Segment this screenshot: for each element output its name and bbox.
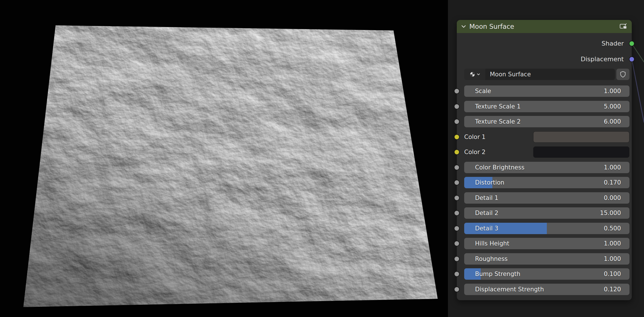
input-socket-texture-scale-1[interactable] [454, 104, 460, 109]
slider-label: Bump Strength [475, 271, 520, 277]
slider-value: 0.500 [604, 225, 621, 232]
slider-label: Scale [475, 88, 491, 95]
node-title: Moon Surface [469, 23, 514, 30]
terrain-shading-overlay [23, 25, 438, 307]
param-row-displacement-strength: Displacement Strength 0.120 [464, 284, 629, 295]
terrain-render [0, 0, 448, 317]
slider-distortion[interactable]: Distortion 0.170 [464, 177, 629, 188]
input-socket-scale[interactable] [454, 88, 460, 94]
param-row-scale: Scale 1.000 [464, 85, 629, 97]
slider-value: 0.170 [604, 179, 621, 186]
nodetree-icon [470, 71, 475, 77]
slider-bump-strength[interactable]: Bump Strength 0.100 [464, 268, 629, 280]
param-row-roughness: Roughness 1.000 [464, 253, 629, 265]
slider-value: 5.000 [604, 103, 621, 110]
param-row-distortion: Distortion 0.170 [464, 177, 629, 188]
node-group-icon [619, 23, 628, 30]
input-socket-color-brightness[interactable] [454, 165, 460, 170]
node-group-selector: Moon Surface [464, 69, 629, 80]
chevron-down-icon[interactable] [461, 24, 466, 29]
input-socket-detail-3[interactable] [454, 226, 460, 231]
node-moon-surface[interactable]: Moon Surface Shader Displacement Moon Su… [457, 20, 632, 300]
slider-label: Texture Scale 1 [475, 103, 521, 110]
output-label-displacement: Displacement [581, 56, 624, 63]
input-socket-color-1[interactable] [454, 134, 460, 140]
slider-label: Roughness [475, 255, 508, 262]
slider-value: 6.000 [604, 118, 621, 125]
param-row-hills-height: Hills Height 1.000 [464, 238, 629, 249]
color-2-swatch[interactable] [533, 146, 629, 158]
node-group-name-field[interactable]: Moon Surface [485, 69, 615, 80]
slider-texture-scale-1[interactable]: Texture Scale 1 5.000 [464, 101, 629, 112]
slider-label: Texture Scale 2 [475, 118, 521, 125]
color-label: Color 1 [464, 134, 486, 140]
output-label-shader: Shader [602, 40, 624, 47]
slider-detail-2[interactable]: Detail 2 15.000 [464, 207, 629, 219]
input-socket-texture-scale-2[interactable] [454, 119, 460, 124]
slider-displacement-strength[interactable]: Displacement Strength 0.120 [464, 284, 629, 295]
param-row-detail-1: Detail 1 0.000 [464, 192, 629, 204]
slider-scale[interactable]: Scale 1.000 [464, 85, 629, 97]
input-socket-distortion[interactable] [454, 180, 460, 185]
slider-color-brightness[interactable]: Color Brightness 1.000 [464, 162, 629, 173]
slider-value: 1.000 [604, 240, 621, 247]
slider-detail-3[interactable]: Detail 3 0.500 [464, 223, 629, 234]
output-socket-displacement[interactable] [629, 56, 635, 62]
slider-label: Hills Height [475, 240, 509, 247]
input-socket-hills-height[interactable] [454, 241, 460, 246]
input-socket-bump-strength[interactable] [454, 271, 460, 277]
input-socket-detail-1[interactable] [454, 195, 460, 201]
slider-label: Distortion [475, 179, 504, 186]
input-socket-color-2[interactable] [454, 149, 460, 155]
slider-label: Displacement Strength [475, 286, 544, 293]
slider-label: Detail 1 [475, 195, 498, 201]
param-row-texture-scale-2: Texture Scale 2 6.000 [464, 116, 629, 127]
color-label: Color 2 [464, 149, 486, 156]
shield-icon [620, 71, 626, 78]
slider-texture-scale-2[interactable]: Texture Scale 2 6.000 [464, 116, 629, 127]
slider-label: Detail 2 [475, 210, 498, 216]
blender-shader-editor-screenshot: { "editor": { "background": "#1c1c1c" },… [0, 0, 644, 317]
slider-label: Color Brightness [475, 164, 524, 171]
param-row-detail-2: Detail 2 15.000 [464, 207, 629, 219]
slider-value: 15.000 [600, 210, 621, 216]
slider-value: 1.000 [604, 255, 621, 262]
slider-value: 0.000 [604, 195, 621, 201]
input-socket-detail-2[interactable] [454, 210, 460, 216]
color-1-swatch[interactable] [533, 131, 629, 143]
param-row-color-2: Color 2 [464, 146, 629, 158]
slider-value: 1.000 [604, 88, 621, 95]
param-row-bump-strength: Bump Strength 0.100 [464, 268, 629, 280]
slider-hills-height[interactable]: Hills Height 1.000 [464, 238, 629, 249]
output-socket-shader[interactable] [629, 41, 635, 46]
slider-value: 1.000 [604, 164, 621, 171]
param-row-detail-3: Detail 3 0.500 [464, 223, 629, 234]
chevron-down-icon [477, 73, 480, 75]
param-row-color-brightness: Color Brightness 1.000 [464, 162, 629, 173]
slider-roughness[interactable]: Roughness 1.000 [464, 253, 629, 265]
node-params: Scale 1.000 Texture Scale 1 5.000 Textur… [464, 85, 629, 295]
3d-viewport[interactable] [0, 0, 448, 317]
slider-value: 0.100 [604, 271, 621, 277]
node-header[interactable]: Moon Surface [457, 20, 632, 33]
slider-detail-1[interactable]: Detail 1 0.000 [464, 192, 629, 204]
slider-label: Detail 3 [475, 225, 498, 232]
input-socket-roughness[interactable] [454, 256, 460, 262]
browse-nodetree-button[interactable] [464, 69, 485, 80]
param-row-texture-scale-1: Texture Scale 1 5.000 [464, 101, 629, 112]
wire-displacement [632, 59, 644, 122]
param-row-color-1: Color 1 [464, 131, 629, 143]
fake-user-button[interactable] [616, 69, 629, 80]
slider-value: 0.120 [604, 286, 621, 293]
input-socket-displacement-strength[interactable] [454, 287, 460, 292]
